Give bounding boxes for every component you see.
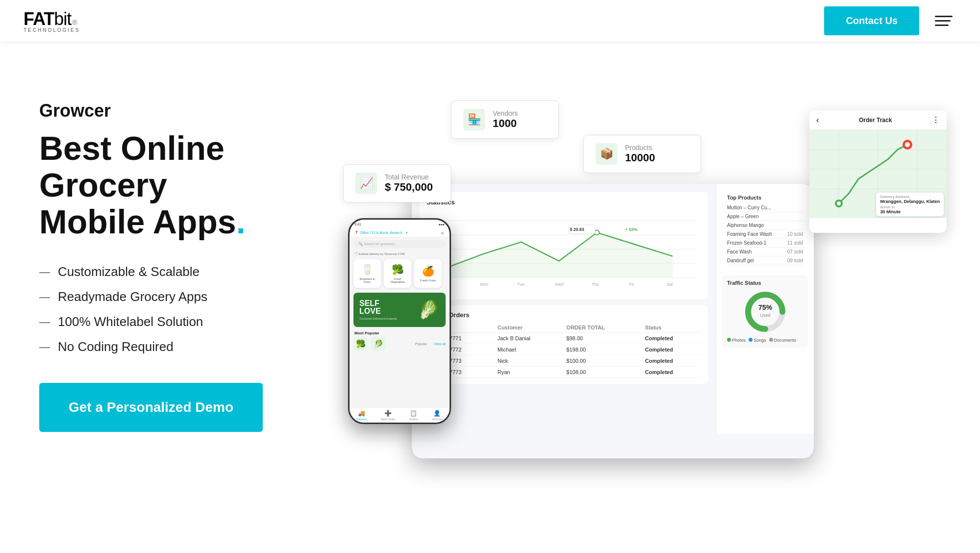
orders-title: Recent Orders: [426, 311, 702, 319]
product-sold: 09 sold: [787, 258, 803, 263]
order-track-panel: ‹ Order Track ⋮: [809, 110, 947, 233]
order-total: $198.00: [563, 344, 642, 355]
order-status: Completed: [642, 333, 702, 344]
logo-fat: FAT: [24, 9, 54, 29]
phone-screen: 9:41 ●●● 📍 Office 712 A-Block, Bestech..…: [350, 220, 450, 423]
category-breakfast[interactable]: 🥛 Breakfast &Dairy: [353, 259, 381, 288]
top-products-panel: Top Products Mutton – Curry Cu...Apple –…: [722, 190, 808, 270]
vendors-label: Vendors: [493, 109, 518, 117]
table-row: o2375937772 Michael $198.00 Completed: [426, 344, 702, 355]
ot-back-icon[interactable]: ‹: [816, 116, 819, 125]
cat-fruits-icon: 🍊: [422, 265, 434, 277]
revenue-label: Total Revenue: [385, 173, 433, 181]
svg-point-36: [905, 142, 910, 147]
headline-line2: Mobile Apps: [39, 203, 236, 240]
product-sold: 07 sold: [787, 249, 803, 254]
nav-orders-label: Orders: [409, 418, 418, 421]
col-total: ORDER TOTAL: [563, 323, 642, 333]
product-name: Foaming Face Wash: [727, 231, 772, 237]
nav-neworder-icon: ➕: [384, 410, 392, 417]
table-row: o2375937773 Nick $100.00 Completed: [426, 355, 702, 367]
logo: FATbit ® TECHNOLOGIES: [24, 9, 80, 33]
tablet-mockup: Statistics 800 600 400 200 0: [412, 184, 814, 458]
phone-mockup: 9:41 ●●● 📍 Office 712 A-Block, Bestech..…: [348, 218, 451, 424]
nav-orders-icon: 📋: [410, 410, 417, 417]
svg-text:Thu: Thu: [592, 282, 599, 287]
category-vegetables[interactable]: 🥦 FreshVegetables: [384, 259, 411, 288]
vendors-stat-card: 🏪 Vendors 1000: [451, 101, 559, 139]
banner-figure: 🥬: [418, 300, 440, 320]
product-name: Dandruff gel: [727, 258, 754, 263]
svg-text:+ 53%: + 53%: [626, 227, 638, 232]
product-name: Apple – Green: [727, 214, 759, 219]
products-value: 10000: [625, 151, 655, 164]
feature-label-3: 100% Whitelabel Solution: [58, 314, 203, 329]
products-stat-card: 📦 Products 10000: [583, 135, 701, 173]
list-item: Face Wash07 sold: [727, 248, 803, 256]
order-customer: Michael: [495, 344, 564, 355]
order-total: $98.00: [563, 333, 642, 344]
phone-search-bar[interactable]: 🔍 Search for groceries...: [353, 240, 446, 248]
category-fruits[interactable]: 🍊 Fresh Fruits: [414, 259, 442, 288]
svg-text:Tue: Tue: [517, 282, 525, 287]
feature-item-4: No Coding Required: [39, 334, 314, 359]
legend-photos: Photos: [727, 338, 746, 343]
svg-text:Sat: Sat: [667, 282, 674, 287]
ot-title: Order Track: [859, 117, 892, 124]
view-all-link[interactable]: View all: [434, 342, 446, 346]
order-total: $100.00: [563, 355, 642, 367]
table-row: o2375937771 Jack B Danial $98.00 Complet…: [426, 333, 702, 344]
hamburger-menu[interactable]: [931, 12, 956, 30]
cat-vegetables-label: FreshVegetables: [390, 277, 405, 283]
order-customer: Nick: [495, 355, 564, 367]
list-item: Mutton – Curry Cu...: [727, 203, 803, 212]
nav-orders[interactable]: 📋 Orders: [409, 410, 418, 421]
popular-label: Popular: [415, 342, 427, 346]
headline-line1: Best Online Grocery: [39, 129, 225, 203]
nav-new-order[interactable]: ➕ New Order: [381, 410, 395, 421]
nav-account[interactable]: 👤 Account: [432, 410, 443, 421]
features-list: Customizable & Scalable Readymade Grocer…: [39, 259, 314, 359]
popular-item-1[interactable]: 🥦: [353, 336, 368, 351]
col-customer: Customer: [495, 323, 564, 333]
logo-bit: bit: [54, 9, 71, 29]
svg-text:Mon: Mon: [480, 282, 488, 287]
nav-delivery[interactable]: 🚚 Delivery: [356, 410, 367, 421]
demo-button[interactable]: Get a Personalized Demo: [39, 383, 263, 432]
popular-item-2[interactable]: 🥬: [371, 336, 386, 351]
svg-text:75%: 75%: [758, 303, 772, 311]
feature-label-2: Readymade Grocery Apps: [58, 289, 207, 304]
phone-time: 9:41: [354, 223, 361, 226]
contact-us-button[interactable]: Contact Us: [824, 6, 919, 35]
cat-fruits-label: Fresh Fruits: [420, 279, 436, 282]
revenue-value: $ 750,000: [385, 181, 433, 194]
product-name: Frozen Seafood-1: [727, 240, 766, 246]
nav-neworder-label: New Order: [381, 418, 395, 421]
main-content: Growcer Best Online Grocery Mobile Apps.…: [0, 42, 980, 552]
nav-account-icon: 👤: [433, 410, 441, 417]
product-sold: 11 sold: [787, 240, 803, 246]
ot-arrive-value: 30 Minute: [880, 209, 940, 214]
svg-point-34: [837, 201, 841, 205]
tablet-screen: Statistics 800 600 400 200 0: [412, 184, 814, 458]
hamburger-line-3: [935, 25, 949, 26]
revenue-stat-card: 📈 Total Revenue $ 750,000: [343, 164, 451, 202]
product-name: Alphonso Mango: [727, 223, 764, 228]
list-item: Apple – Green: [727, 212, 803, 221]
products-icon: 📦: [596, 143, 617, 165]
products-info: Products 10000: [625, 144, 655, 164]
chart-svg: 800 600 400 200 0: [427, 210, 701, 293]
svg-text:Used: Used: [760, 313, 770, 318]
nav-account-label: Account: [432, 418, 443, 421]
headline-dot: .: [236, 203, 246, 240]
right-content: 🏪 Vendors 1000 📦 Products 10000 📈 Total …: [343, 71, 956, 512]
dashboard-body: Statistics 800 600 400 200 0: [412, 184, 814, 434]
svg-text:$ 20.83: $ 20.83: [570, 227, 584, 232]
order-customer: Ryan: [495, 367, 564, 378]
ot-more-icon[interactable]: ⋮: [932, 115, 940, 125]
brand-name: Growcer: [39, 101, 314, 121]
order-track-header: ‹ Order Track ⋮: [809, 110, 947, 130]
banner-text: SELF LOVE Groceries Delivered Instantly: [359, 300, 397, 320]
phone-popular-row: 🥦 🥬 Popular View all: [350, 336, 450, 354]
phone-banner: SELF LOVE Groceries Delivered Instantly …: [353, 293, 446, 327]
